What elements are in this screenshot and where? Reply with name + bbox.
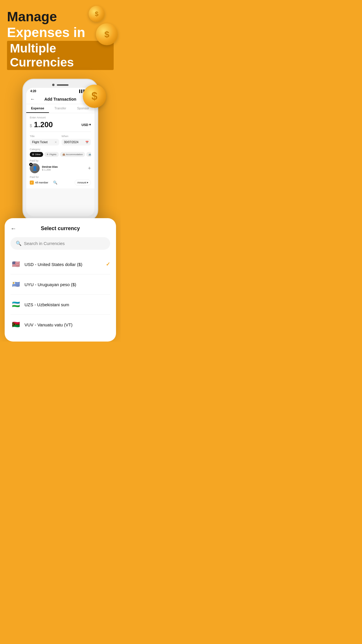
- panel-title: Select currency: [20, 225, 101, 232]
- clear-icon[interactable]: ✕: [55, 141, 57, 144]
- category-chip-other[interactable]: ⊞ Other: [30, 152, 43, 157]
- all-member-label: All member: [35, 181, 48, 184]
- amount-dropdown[interactable]: Amount ▾: [75, 180, 91, 186]
- search-bar[interactable]: 🔍: [10, 237, 110, 250]
- calendar-icon[interactable]: 📅: [85, 141, 89, 144]
- category-accommodation-label: Accommodation: [66, 153, 83, 156]
- checkbox-icon: ✓: [30, 181, 34, 185]
- currency-panel: ← Select currency 🔍 🇺🇸 USD - United Stat…: [5, 218, 116, 342]
- title-value: Flight Ticket: [32, 141, 48, 144]
- avatar-badge: ✕: [29, 163, 33, 166]
- payer-name: Desirae Dias: [42, 165, 58, 168]
- currency-list: 🇺🇸 USD - United States dollar ($) ✓ 🇺🇾 U…: [10, 254, 110, 335]
- when-field: When 30/07/2024 📅: [61, 135, 91, 146]
- when-label: When: [61, 135, 91, 138]
- phone-notch: [26, 84, 94, 86]
- search-members-icon[interactable]: 🔍: [53, 181, 57, 185]
- title-when-row: Title Flight Ticket ✕ When 30/07/2024 📅: [30, 135, 91, 146]
- flag-uyu: 🇺🇾: [10, 279, 21, 290]
- enter-amount-label: Enter Amount: [30, 116, 91, 119]
- category-other-label: Other: [35, 153, 41, 156]
- currency-item-vuv[interactable]: 🇻🇺 VUV - Vanuatu vatu (VT): [10, 315, 110, 335]
- currency-name-usd: USD - United States dollar ($): [24, 262, 102, 267]
- check-mark-usd: ✓: [106, 261, 110, 267]
- hotel-icon: 🏨: [62, 153, 65, 156]
- search-currencies-input[interactable]: [24, 241, 105, 246]
- back-arrow-icon[interactable]: ←: [30, 97, 35, 102]
- category-chip-transport[interactable]: 🚌 Transp.: [86, 152, 91, 157]
- decorative-coin-medium: $: [96, 23, 118, 45]
- paid-for-label: Paid for: [30, 176, 91, 178]
- title-label: Title: [30, 135, 59, 138]
- category-chip-accommodation[interactable]: 🏨 Accommodation: [60, 152, 85, 157]
- grid-icon: ⊞: [32, 153, 34, 156]
- currency-item-uyu[interactable]: 🇺🇾 UYU - Uruguayan peso ($): [10, 274, 110, 295]
- payer-avatar-wrap: 👤 ✕: [30, 163, 40, 173]
- flights-icon: ✈: [47, 153, 49, 156]
- tab-bar: Expense Transfer Sponsor: [26, 104, 94, 113]
- flag-uzs: 🇺🇿: [10, 299, 21, 310]
- currency-item-uzs[interactable]: 🇺🇿 UZS - Uzbekistani sum: [10, 295, 110, 315]
- category-chip-flights[interactable]: ✈ Flights: [44, 152, 59, 157]
- category-flights-label: Flights: [50, 153, 57, 156]
- hero-section: Manage Expenses in Multiple Currencies $…: [0, 0, 121, 73]
- phone-camera: [52, 84, 55, 86]
- title-field: Title Flight Ticket ✕: [30, 135, 59, 146]
- currency-name-uzs: UZS - Uzbekistani sum: [24, 302, 110, 307]
- paid-for-row: ✓ All member 🔍 Amount ▾: [30, 180, 91, 186]
- amount-dropdown-label: Amount: [77, 181, 86, 184]
- decorative-coin-small: $: [89, 6, 105, 22]
- tab-transfer[interactable]: Transfer: [49, 104, 72, 113]
- tab-expense[interactable]: Expense: [26, 104, 49, 113]
- amount-display[interactable]: $ 1.200: [30, 120, 53, 129]
- phone-speaker: [57, 84, 68, 86]
- flag-vuv: 🇻🇺: [10, 319, 21, 330]
- amount-symbol: $: [30, 123, 32, 128]
- panel-header: ← Select currency: [10, 225, 110, 232]
- hero-highlight-text: Multiple Currencies: [10, 41, 74, 69]
- panel-back-button[interactable]: ←: [10, 225, 16, 232]
- phone-screen: 4:20 ▌▌▌ ⌇ ▮ ← Add Transaction Expense T…: [26, 88, 94, 216]
- search-bar-icon: 🔍: [16, 241, 22, 246]
- coin-overlay: $: [83, 85, 106, 108]
- form-content: Enter Amount $ 1.200 USD ▾ Title: [26, 113, 94, 188]
- when-input[interactable]: 30/07/2024 📅: [61, 139, 91, 146]
- amount-row: $ 1.200 USD ▾: [30, 120, 91, 132]
- all-member-checkbox[interactable]: ✓ All member: [30, 181, 48, 185]
- status-time: 4:20: [30, 90, 36, 93]
- currency-name-uyu: UYU - Uruguayan peso ($): [24, 282, 110, 287]
- currency-item-usd[interactable]: 🇺🇸 USD - United States dollar ($) ✓: [10, 254, 110, 274]
- currency-name-vuv: VUV - Vanuatu vatu (VT): [24, 322, 110, 327]
- currency-selector[interactable]: USD ▾: [82, 123, 91, 127]
- payer-info: Desirae Dias $ 1.200: [42, 165, 58, 171]
- phone-mockup-container: $ 4:20 ▌▌▌ ⌇ ▮ ← Add Transaction: [0, 73, 121, 221]
- currency-chevron-icon: ▾: [89, 123, 91, 127]
- category-label: Category: [30, 148, 91, 151]
- amount-value: 1.200: [34, 120, 53, 129]
- paid-by-row: 👤 ✕ Desirae Dias $ 1.200 +: [30, 163, 91, 173]
- amount-dropdown-chevron: ▾: [87, 181, 88, 184]
- currency-code: USD: [82, 123, 88, 127]
- title-input[interactable]: Flight Ticket ✕: [30, 139, 59, 146]
- add-payer-button[interactable]: +: [88, 165, 91, 172]
- payer-amount: $ 1.200: [42, 168, 58, 171]
- transport-icon: 🚌: [89, 153, 91, 156]
- paid-by-label: Paid by: [30, 159, 91, 162]
- category-chips: ⊞ Other ✈ Flights 🏨 Accommodation 🚌 Tran…: [30, 152, 91, 157]
- flag-usd: 🇺🇸: [10, 259, 21, 270]
- when-value: 30/07/2024: [64, 141, 78, 144]
- app-header-title: Add Transaction: [44, 97, 76, 102]
